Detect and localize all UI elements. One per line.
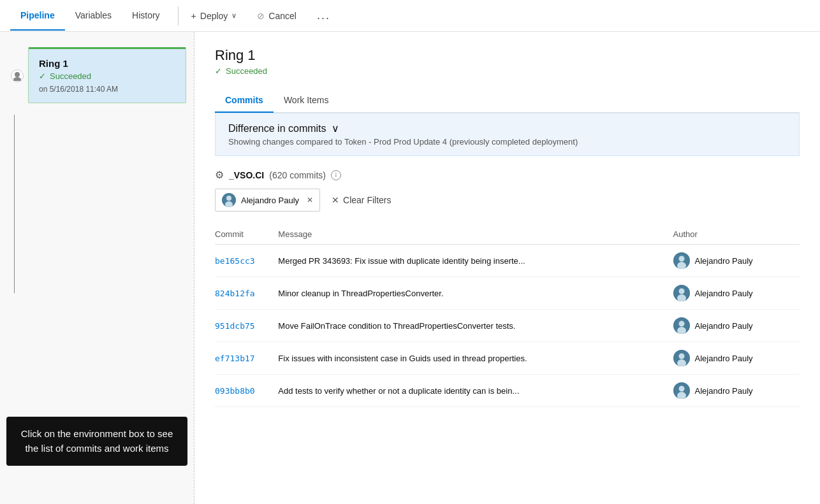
more-button[interactable]: ... bbox=[312, 5, 335, 26]
author-avatar bbox=[673, 252, 690, 269]
col-message: Message bbox=[278, 224, 673, 245]
commit-hash-cell[interactable]: 824b12fa bbox=[215, 277, 278, 310]
commit-hash-cell[interactable]: 951dcb75 bbox=[215, 310, 278, 342]
commit-author-cell: Alejandro Pauly bbox=[673, 245, 800, 277]
col-author: Author bbox=[673, 224, 800, 245]
filter-row: Alejandro Pauly ✕ ✕ Clear Filters bbox=[215, 189, 800, 212]
page-status: ✓ Succeeded bbox=[215, 66, 800, 76]
commit-message-cell: Merged PR 343693: Fix issue with duplica… bbox=[278, 245, 673, 277]
commit-message-cell: Minor cleanup in ThreadPropertiesConvert… bbox=[278, 277, 673, 310]
diff-chevron-icon: ∨ bbox=[332, 122, 339, 134]
tab-history[interactable]: History bbox=[122, 1, 170, 31]
repo-title: ⚙ _VSO.CI (620 commits) i bbox=[215, 169, 800, 181]
cancel-button[interactable]: ⊘ Cancel bbox=[252, 7, 302, 25]
svg-point-3 bbox=[226, 196, 231, 201]
author-cell: Alejandro Pauly bbox=[673, 350, 800, 366]
commit-author-cell: Alejandro Pauly bbox=[673, 277, 800, 310]
filter-chip[interactable]: Alejandro Pauly ✕ bbox=[215, 189, 320, 212]
more-icon: ... bbox=[317, 9, 330, 22]
author-avatar bbox=[673, 350, 690, 366]
diff-banner-title[interactable]: Difference in commits ∨ bbox=[228, 122, 786, 134]
ring-card-date: on 5/16/2018 11:40 AM bbox=[39, 85, 175, 94]
check-icon: ✓ bbox=[39, 71, 46, 81]
connector-line bbox=[14, 115, 15, 293]
deploy-chevron: ∨ bbox=[231, 11, 237, 20]
commit-message-cell: Move FailOnTrace condition to ThreadProp… bbox=[278, 310, 673, 342]
table-row: be165cc3Merged PR 343693: Fix issue with… bbox=[215, 245, 800, 277]
svg-point-6 bbox=[678, 256, 684, 262]
commit-message-cell: Fix issues with inconsistent case in Gui… bbox=[278, 342, 673, 375]
tab-commits[interactable]: Commits bbox=[215, 89, 274, 113]
sidebar: Ring 1 ✓ Succeeded on 5/16/2018 11:40 AM… bbox=[0, 32, 194, 504]
table-row: ef713b17Fix issues with inconsistent cas… bbox=[215, 342, 800, 375]
page-status-label: Succeeded bbox=[226, 66, 267, 76]
deploy-icon: + bbox=[191, 11, 196, 21]
nav-divider bbox=[178, 6, 179, 25]
ring-card-user-icon bbox=[11, 69, 24, 82]
ring-card[interactable]: Ring 1 ✓ Succeeded on 5/16/2018 11:40 AM bbox=[28, 47, 186, 103]
col-commit: Commit bbox=[215, 224, 278, 245]
commit-hash[interactable]: ef713b17 bbox=[215, 354, 255, 363]
svg-point-1 bbox=[13, 77, 21, 81]
svg-point-12 bbox=[678, 321, 684, 327]
repo-icon: ⚙ bbox=[215, 169, 224, 181]
author-cell: Alejandro Pauly bbox=[673, 252, 800, 269]
svg-point-15 bbox=[678, 354, 684, 359]
svg-point-0 bbox=[15, 72, 20, 77]
clear-filters-icon: ✕ bbox=[332, 195, 339, 205]
author-name: Alejandro Pauly bbox=[695, 386, 753, 396]
author-name: Alejandro Pauly bbox=[695, 321, 753, 331]
top-nav: Pipeline Variables History + Deploy ∨ ⊘ … bbox=[0, 0, 820, 32]
ring-card-status-label: Succeeded bbox=[50, 71, 91, 81]
commit-message-cell: Add tests to verify whether or not a dup… bbox=[278, 375, 673, 407]
cancel-icon: ⊘ bbox=[257, 11, 265, 21]
table-row: 093bb8b0Add tests to verify whether or n… bbox=[215, 375, 800, 407]
diff-banner-subtitle: Showing changes compared to Token - Prod… bbox=[228, 137, 786, 147]
commit-author-cell: Alejandro Pauly bbox=[673, 342, 800, 375]
author-avatar bbox=[673, 382, 690, 399]
info-icon[interactable]: i bbox=[331, 170, 341, 180]
ring-card-title: Ring 1 bbox=[39, 58, 175, 69]
author-name: Alejandro Pauly bbox=[695, 354, 753, 363]
commit-author-cell: Alejandro Pauly bbox=[673, 310, 800, 342]
tab-variables[interactable]: Variables bbox=[65, 1, 122, 31]
commit-hash-cell[interactable]: be165cc3 bbox=[215, 245, 278, 277]
filter-chip-close-icon[interactable]: ✕ bbox=[307, 196, 313, 205]
ring-card-status: ✓ Succeeded bbox=[39, 71, 175, 81]
author-name: Alejandro Pauly bbox=[695, 289, 753, 298]
repo-name: _VSO.CI bbox=[229, 170, 264, 180]
table-row: 951dcb75Move FailOnTrace condition to Th… bbox=[215, 310, 800, 342]
sidebar-tooltip: Click on the environment box to see the … bbox=[6, 417, 187, 466]
deploy-label: Deploy bbox=[200, 11, 228, 21]
commit-hash-cell[interactable]: 093bb8b0 bbox=[215, 375, 278, 407]
author-name: Alejandro Pauly bbox=[695, 256, 753, 266]
commit-hash[interactable]: 951dcb75 bbox=[215, 321, 255, 331]
main-layout: Ring 1 ✓ Succeeded on 5/16/2018 11:40 AM… bbox=[0, 32, 820, 504]
commit-hash[interactable]: 824b12fa bbox=[215, 289, 255, 298]
clear-filters-label: Clear Filters bbox=[343, 195, 391, 205]
nav-tabs: Pipeline Variables History bbox=[10, 1, 170, 31]
commit-hash[interactable]: 093bb8b0 bbox=[215, 386, 255, 396]
author-avatar bbox=[673, 285, 690, 301]
page-check-icon: ✓ bbox=[215, 66, 222, 76]
commit-hash[interactable]: be165cc3 bbox=[215, 256, 255, 266]
author-cell: Alejandro Pauly bbox=[673, 382, 800, 399]
repo-section: ⚙ _VSO.CI (620 commits) i Alejandro Paul… bbox=[215, 169, 800, 407]
commits-table: Commit Message Author be165cc3Merged PR … bbox=[215, 224, 800, 407]
page-title: Ring 1 bbox=[215, 47, 800, 64]
main-content: Ring 1 ✓ Succeeded Commits Work Items Di… bbox=[194, 32, 820, 504]
filter-chip-avatar bbox=[222, 193, 236, 207]
cancel-label: Cancel bbox=[268, 11, 297, 21]
tab-workitems[interactable]: Work Items bbox=[274, 89, 339, 113]
tab-pipeline[interactable]: Pipeline bbox=[10, 1, 65, 31]
table-row: 824b12faMinor cleanup in ThreadPropertie… bbox=[215, 277, 800, 310]
repo-count: (620 commits) bbox=[269, 170, 326, 180]
filter-chip-name: Alejandro Pauly bbox=[241, 196, 299, 205]
clear-filters-button[interactable]: ✕ Clear Filters bbox=[328, 191, 395, 209]
author-cell: Alejandro Pauly bbox=[673, 285, 800, 301]
svg-point-18 bbox=[678, 386, 684, 392]
diff-title-text: Difference in commits bbox=[228, 123, 326, 134]
deploy-button[interactable]: + Deploy ∨ bbox=[186, 7, 242, 25]
commit-hash-cell[interactable]: ef713b17 bbox=[215, 342, 278, 375]
author-avatar bbox=[673, 317, 690, 334]
